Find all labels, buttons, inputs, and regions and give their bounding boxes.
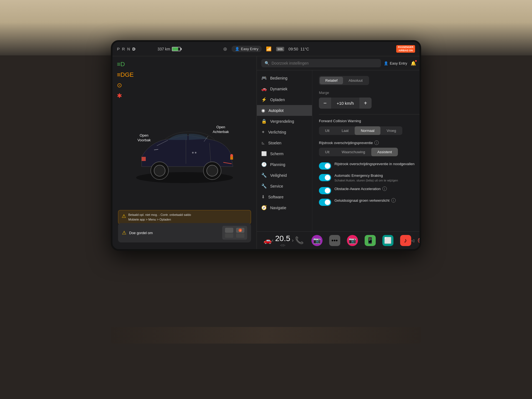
lane-prevention-toggle[interactable] [319, 162, 331, 170]
speed-tabs: Relatief Absoluut [319, 76, 369, 85]
obstacle-aware-title: Obstacle-Aware Acceleration i [334, 186, 421, 191]
verlichting-icon: ✦ [261, 129, 265, 135]
bediening-label: Bediening [270, 76, 287, 80]
prev-media-button[interactable]: ◁ [411, 238, 414, 243]
stoelen-icon: ⊾ [261, 140, 265, 145]
energy-app-icon[interactable]: ⬜ [382, 235, 393, 246]
phone-icon: 📱 [366, 237, 374, 244]
media-icon: 📷 [349, 237, 356, 244]
time-temp: 09:50 11°C [288, 47, 309, 51]
sidebar-item-opladen[interactable]: ⚡ Opladen [257, 94, 312, 105]
fcw-vroeg-button[interactable]: Vroeg [380, 126, 402, 135]
car-svg: OpenVoorbak OpenAchterbak [126, 117, 243, 200]
nav-list: 🎮 Bediening 🚗 Dynamiek ⚡ Opladen ◉ [257, 70, 312, 231]
charging-warning: ⚠ Betaald opl. niet mog. - Contr. onbeta… [118, 210, 251, 224]
search-input[interactable] [272, 61, 378, 65]
sidebar-item-planning[interactable]: 🕐 Planning [257, 159, 312, 170]
toggle-lane-prevention: Rijstrook overschrijdingspreventie in no… [319, 162, 421, 170]
gear-p: P [117, 47, 120, 51]
vergrendeling-label: Vergrendeling [270, 119, 294, 124]
notification-icon[interactable]: 🔔 [411, 61, 416, 66]
sidebar-item-scherm[interactable]: ⬜ Scherm [257, 148, 312, 159]
fcw-uit-button[interactable]: Uit [319, 126, 336, 135]
sidebar-item-dynamiek[interactable]: 🚗 Dynamiek [257, 83, 312, 94]
map-icon: ⊕ [223, 46, 227, 52]
sidebar-item-verlichting[interactable]: ✦ Verlichting [257, 127, 312, 137]
planning-icon: 🕐 [261, 162, 267, 167]
bluetooth-icon[interactable]: ⬡ [420, 61, 421, 66]
sidebar-item-software[interactable]: ⬇ Software [257, 191, 312, 202]
margin-decrease-button[interactable]: − [319, 98, 331, 109]
left-panel: ≡D ≡DGE ⊙ ✱ OpenVoorbak OpenAchterbak [112, 56, 257, 249]
opladen-icon: ⚡ [261, 97, 267, 102]
fcw-normaal-button[interactable]: Normaal [355, 126, 380, 135]
dynamiek-label: Dynamiek [270, 87, 287, 91]
sidebar-item-stoelen[interactable]: ⊾ Stoelen [257, 137, 312, 148]
lane-uit-button[interactable]: Uit [319, 148, 336, 156]
camera-app-icon[interactable]: 📷 [311, 235, 323, 246]
speed-section: ‹ 20.5 ◁ ▷ › [272, 234, 294, 247]
traffic-light-toggle[interactable] [319, 199, 331, 206]
svg-point-6 [207, 165, 218, 176]
range-value: 337 km [158, 47, 170, 51]
music-icon: ♪ [404, 237, 407, 244]
sidebar-item-autopilot[interactable]: ◉ Autopilot [257, 105, 312, 116]
car-frame: P R N D 337 km ⊕ 👤 Easy Entry 📶 sos 09:5… [0, 0, 532, 399]
more-app-icon[interactable]: ••• [329, 235, 340, 246]
navigatie-icon: 🧭 [261, 205, 267, 210]
sidebar-item-navigatie[interactable]: 🧭 Navigatie [257, 202, 312, 213]
fcw-title: Forward Collision Warning [319, 119, 421, 123]
tab-relatief[interactable]: Relatief [320, 77, 343, 84]
traffic-light-title: Geluidssignaal groen verkeerslicht i [334, 198, 421, 203]
sidebar-item-veiligheid[interactable]: 🔧 Veiligheid [257, 170, 312, 181]
car-illustration [126, 117, 243, 194]
speed-controls: ◁ ▷ [275, 244, 290, 247]
speed-display-container: 20.5 ◁ ▷ [275, 234, 290, 247]
battery-icon [172, 47, 181, 51]
profile-name-right: Easy Entry [390, 61, 407, 65]
phone-app-icon-2[interactable]: 📱 [365, 235, 376, 246]
seatbelt-icon: ⚠ [122, 230, 126, 236]
bottom-bar: 🚗 ‹ 20.5 ◁ ▷ › 📞 [257, 231, 421, 249]
sos-badge[interactable]: sos [276, 47, 284, 51]
top-bar: P R N D 337 km ⊕ 👤 Easy Entry 📶 sos 09:5… [112, 42, 420, 56]
lane-title: Rijstrook overschrijdingspreventie i [319, 140, 421, 145]
svg-text:⚠: ⚠ [239, 229, 241, 232]
vergrendeling-icon: 🔒 [261, 119, 267, 124]
sidebar-item-bediening[interactable]: 🎮 Bediening [257, 73, 312, 83]
lane-waarschuwing-button[interactable]: Waarschuwing [336, 148, 371, 156]
search-bar: 🔍 👤 Easy Entry 🔔 ⬡ 📶 [257, 56, 421, 70]
sidebar-item-vergrendeling[interactable]: 🔒 Vergrendeling [257, 116, 312, 127]
dynamiek-icon: 🚗 [261, 86, 267, 91]
toggle-emergency-braking: Automatic Emergency Braking Schakel Auto… [319, 173, 421, 183]
tab-absoluut[interactable]: Absoluut [343, 77, 368, 84]
search-container[interactable]: 🔍 [261, 59, 381, 67]
emergency-braking-toggle[interactable] [319, 174, 331, 181]
top-right: PASSENGER AIRBAG ON [396, 45, 415, 53]
speed-display: 20.5 [275, 234, 290, 243]
bottom-right: ◁ 🔇 ▷ [411, 237, 421, 244]
svg-rect-13 [225, 233, 233, 238]
bottom-apps: 📞 📷 ••• 📷 📱 [294, 235, 411, 246]
stoelen-label: Stoelen [268, 141, 281, 145]
wifi-icon: 📶 [266, 46, 272, 52]
music-app-icon[interactable]: ♪ [400, 235, 411, 246]
media-app-icon[interactable]: 📷 [347, 235, 358, 246]
profile-icon: 👤 [235, 47, 239, 51]
speed-prev-button[interactable]: ‹ [272, 237, 273, 243]
mute-button[interactable]: 🔇 [418, 237, 421, 244]
fcw-laat-button[interactable]: Laat [336, 126, 355, 135]
lane-info-icon[interactable]: i [374, 140, 379, 145]
car-image-area: OpenVoorbak OpenAchterbak [112, 56, 257, 249]
obstacle-aware-toggle[interactable] [319, 187, 331, 194]
phone-app-icon[interactable]: 📞 [294, 235, 305, 246]
profile-badge-right[interactable]: 👤 Easy Entry [384, 61, 407, 65]
obstacle-info-icon[interactable]: i [382, 186, 387, 191]
service-label: Service [270, 184, 283, 188]
emergency-braking-text: Automatic Emergency Braking Schakel Auto… [334, 173, 421, 183]
sidebar-item-service[interactable]: 🔧 Service [257, 181, 312, 191]
margin-increase-button[interactable]: + [359, 98, 372, 109]
driver-profile-badge[interactable]: 👤 Easy Entry [232, 46, 262, 52]
traffic-light-info-icon[interactable]: i [391, 198, 396, 203]
lane-assistent-button[interactable]: Assistent [371, 148, 398, 156]
